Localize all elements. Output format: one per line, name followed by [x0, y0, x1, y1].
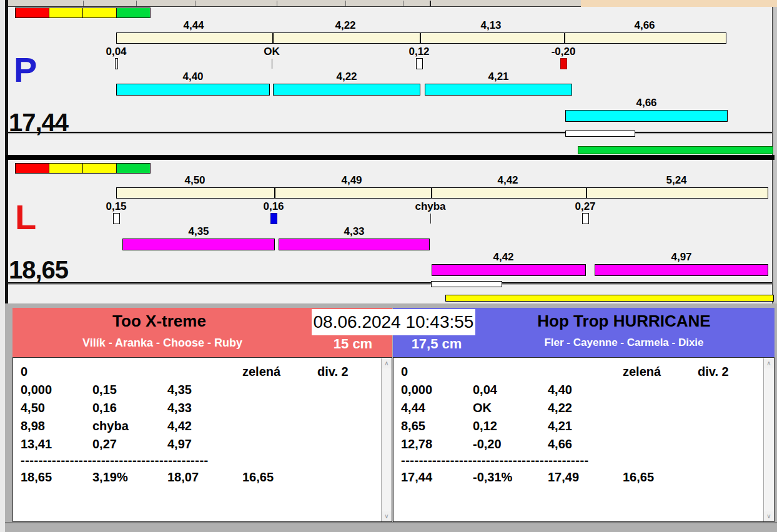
left-row0-color: zelená — [242, 365, 280, 379]
table-dashes: ----------------------------------------… — [401, 453, 589, 471]
l-crossing-label-1: 0,15 — [88, 200, 144, 213]
left-total-time: 18,65 — [21, 470, 52, 485]
l-dog-time-label-4: 4,97 — [653, 251, 710, 264]
l-split-label-1: 4,50 — [167, 174, 223, 187]
toolbar-divider-tick — [403, 1, 403, 6]
toolbar-divider-tick — [277, 1, 277, 6]
right-table-scrollbar[interactable]: ∧ ∨ — [763, 358, 774, 521]
p-dog-time-label-2: 4,22 — [319, 71, 375, 83]
l-dog-bar-2 — [279, 239, 430, 250]
l-dog-bar-3 — [432, 264, 586, 276]
l-crossing-label-2: 0,16 — [245, 200, 302, 213]
l-dog-bar-1 — [122, 239, 275, 250]
p-crossing-label-3: 0,12 — [391, 46, 447, 58]
window-right-edge — [773, 0, 777, 303]
lane-letter-p: P — [14, 52, 37, 87]
light-yellow — [82, 163, 117, 174]
p-split-divider-3 — [564, 33, 565, 43]
scroll-down-button[interactable]: ∨ — [382, 511, 392, 521]
left-row0-division: div. 2 — [317, 365, 349, 379]
light-red — [15, 7, 49, 18]
l-dog-time-label-3: 4,42 — [475, 251, 532, 264]
p-dog-bar-1 — [116, 84, 270, 96]
l-dog-time-label-2: 4,33 — [326, 225, 382, 238]
p-split-label-1: 4,44 — [166, 19, 222, 32]
l-dog-time-label-1: 4,35 — [171, 225, 227, 238]
start-lights-l — [16, 163, 151, 174]
l-split-bar — [116, 187, 768, 199]
light-green — [116, 163, 151, 174]
l-crossing-label-4: 0,27 — [557, 200, 613, 213]
p-dog-bar-2 — [273, 84, 420, 96]
l-total-time: 18,65 — [9, 257, 68, 282]
table-dashes: ----------------------------------------… — [21, 453, 209, 471]
left-team-dogs: Vilík - Aranka - Choose - Ruby — [12, 337, 312, 350]
left-diff-percent: 3,19% — [92, 470, 128, 485]
l-split-label-2: 4,49 — [324, 174, 380, 187]
l-yellow-progress-bar — [445, 295, 774, 302]
left-row0-num: 0 — [21, 365, 27, 379]
bottom-strip-line — [5, 522, 777, 523]
top-toolbar-strip — [8, 0, 581, 7]
l-crossing-marker-4 — [582, 213, 589, 224]
right-team-jump-height: 17,5 cm — [399, 336, 474, 352]
right-diff-percent: -0,31% — [473, 470, 512, 485]
toolbar-divider-tick — [430, 1, 431, 6]
left-team-name: Too X-treme — [12, 312, 306, 331]
right-total-time: 17,44 — [401, 470, 432, 485]
datetime-display: 08.06.2024 10:43:55 — [312, 309, 475, 335]
left-results-panel: 0 zelená div. 2 0,000 0,15 4,35 4,50 0,1… — [12, 357, 392, 522]
start-lights-p — [16, 7, 151, 19]
toolbar-divider-tick — [195, 1, 195, 6]
light-red — [15, 163, 49, 174]
l-split-divider-1 — [274, 188, 275, 198]
toolbar-divider-tick — [136, 1, 137, 6]
p-crossing-marker-3 — [416, 58, 423, 69]
light-yellow — [82, 7, 117, 18]
p-split-bar — [116, 32, 726, 44]
right-team-name: Hop Trop HURRICANE — [480, 312, 768, 331]
p-dog-time-label-4: 4,66 — [618, 97, 675, 109]
l-crossing-marker-3 — [430, 214, 431, 224]
p-crossing-label-1: 0,04 — [88, 46, 144, 58]
right-row0-color: zelená — [623, 365, 661, 379]
p-crossing-marker-4 — [560, 58, 567, 69]
toolbar-divider-tick — [345, 1, 346, 6]
flyball-timing-window: 4,44 4,22 4,13 4,66 0,04 OK 0,12 -0,20 4… — [0, 0, 777, 532]
light-green — [116, 7, 151, 18]
l-split-divider-2 — [431, 188, 432, 198]
p-crossing-label-2: OK — [244, 46, 300, 58]
p-split-label-2: 4,22 — [317, 19, 374, 32]
p-white-progress-bar — [565, 131, 635, 137]
p-dog-bar-3 — [425, 84, 572, 96]
toolbar-divider-tick — [83, 1, 84, 6]
l-white-progress-bar — [431, 281, 502, 287]
right-team-dogs: Fler - Cayenne - Carmela - Dixie — [480, 337, 768, 349]
p-split-label-3: 4,13 — [463, 19, 519, 32]
scroll-down-button[interactable]: ∨ — [764, 511, 774, 521]
l-split-label-4: 5,24 — [648, 174, 705, 187]
p-split-divider-2 — [420, 33, 421, 43]
light-yellow — [49, 7, 83, 18]
p-green-progress-bar — [578, 146, 773, 154]
left-team-jump-height: 15 cm — [319, 336, 387, 352]
p-crossing-marker-1 — [115, 58, 118, 69]
p-split-divider-1 — [272, 33, 274, 43]
scroll-up-button[interactable]: ∧ — [382, 358, 392, 368]
scroll-up-button[interactable]: ∧ — [764, 358, 774, 368]
p-dog-bar-4 — [565, 110, 728, 122]
l-split-divider-3 — [586, 188, 587, 198]
p-crossing-marker-2 — [272, 59, 272, 69]
l-crossing-marker-1 — [113, 213, 120, 224]
p-dog-time-label-3: 4,21 — [470, 71, 527, 83]
p-split-label-4: 4,66 — [616, 19, 673, 32]
window-left-edge — [0, 0, 5, 532]
l-dog-bar-4 — [595, 264, 768, 276]
l-crossing-marker-2 — [270, 213, 277, 224]
right-results-panel: 0 zelená div. 2 0,000 0,04 4,40 4,44 OK … — [393, 357, 775, 522]
right-row0-division: div. 2 — [698, 365, 729, 379]
p-total-time: 17,44 — [9, 110, 68, 135]
l-crossing-label-3: chyba — [402, 200, 458, 213]
left-table-scrollbar[interactable]: ∧ ∨ — [381, 358, 392, 521]
lane-divider-bar — [5, 155, 775, 160]
